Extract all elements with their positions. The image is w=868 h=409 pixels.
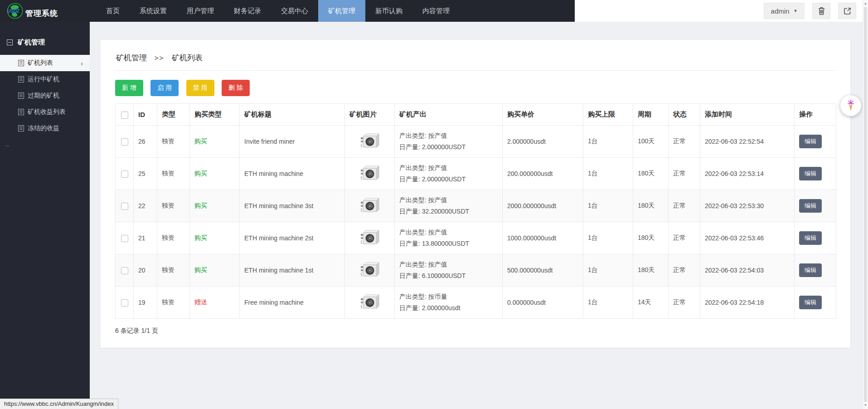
edit-button[interactable]: 编辑: [799, 135, 822, 148]
nav-item-content-management[interactable]: 内容管理: [412, 0, 460, 22]
app-name: 管理系统: [25, 8, 58, 19]
cell-limit: 1台: [583, 287, 633, 319]
cell-title: Free mining machine: [240, 287, 345, 319]
cell-type: 独资: [157, 158, 190, 190]
cell-id: 25: [134, 158, 157, 190]
edit-button[interactable]: 编辑: [799, 263, 822, 277]
cell-added-time: 2022-06-03 22:54:03: [700, 254, 795, 287]
nav-item-user-management[interactable]: 用户管理: [177, 0, 224, 22]
column-header-5: 矿机产出: [395, 104, 503, 126]
nav-item-new-coin-subscription[interactable]: 新币认购: [365, 0, 412, 22]
miner-image: [359, 229, 381, 247]
row-checkbox[interactable]: [121, 170, 128, 178]
scrollbar-thumb[interactable]: [864, 7, 867, 402]
cell-added-time: 2022-06-03 22:53:14: [700, 158, 795, 190]
daily-output: 日产量: 2.000000usdt: [399, 302, 498, 314]
sidebar-item-frozen-earnings[interactable]: 冻结的收益: [0, 120, 90, 136]
buy-type-text: 购买: [194, 234, 207, 241]
cell-type: 独资: [157, 222, 190, 254]
row-checkbox[interactable]: [121, 267, 128, 274]
column-header-10: 添加时间: [700, 104, 795, 126]
cell-added-time: 2022-06-03 22:54:18: [700, 287, 795, 319]
cell-action: 编辑: [795, 126, 836, 158]
sidebar-item-expired-miners[interactable]: 过期的矿机: [0, 88, 90, 104]
delete-button[interactable]: 删 除: [222, 80, 250, 96]
cell-checkbox: [116, 222, 134, 254]
edit-button[interactable]: 编辑: [799, 231, 822, 245]
cell-added-time: 2022-06-03 22:53:30: [700, 190, 795, 222]
nav-item-home[interactable]: 首页: [96, 0, 130, 22]
cell-action: 编辑: [795, 190, 836, 222]
cell-output: 产出类型: 按产值 日产量: 6.100000USDT: [395, 254, 503, 287]
admin-dropdown[interactable]: admin ▼: [764, 3, 805, 19]
daily-output: 日产量: 13.800000USDT: [399, 238, 498, 249]
cell-checkbox: [116, 190, 134, 222]
list-icon: [18, 60, 24, 66]
cell-id: 21: [134, 222, 157, 254]
floating-helper-button[interactable]: [840, 95, 861, 116]
cell-buy-type: 购买: [190, 126, 240, 158]
scroll-up-arrow[interactable]: ▲: [863, 0, 868, 7]
sidebar-item-miner-list[interactable]: 矿机列表›: [0, 55, 90, 71]
cell-price: 0.000000usdt: [503, 287, 583, 319]
cell-period: 180天: [633, 190, 669, 222]
edit-button[interactable]: 编辑: [799, 199, 822, 213]
cell-status: 正常: [669, 222, 700, 254]
cell-output: 产出类型: 按产值 日产量: 2.000000USDT: [395, 126, 503, 158]
scroll-down-arrow[interactable]: ▼: [863, 402, 868, 409]
cell-action: 编辑: [795, 287, 836, 319]
enable-button[interactable]: 启 用: [150, 80, 179, 96]
cell-title: ETH mining machine 1st: [240, 254, 345, 287]
disable-button[interactable]: 禁 用: [186, 80, 214, 96]
cell-added-time: 2022-06-03 22:53:46: [700, 222, 795, 254]
cell-limit: 1台: [583, 222, 633, 254]
select-all-checkbox[interactable]: [121, 112, 128, 119]
cell-buy-type: 赠送: [190, 287, 240, 319]
cell-price: 500.000000usdt: [503, 254, 583, 287]
sidebar: 矿机管理 矿机列表›运行中矿机过期的矿机矿机收益列表冻结的收益: [0, 22, 90, 409]
logout-button[interactable]: [838, 3, 856, 19]
cell-added-time: 2022-06-03 22:52:54: [700, 126, 795, 158]
toolbar: 新 增 启 用 禁 用 删 除: [115, 80, 836, 96]
add-button[interactable]: 新 增: [115, 80, 143, 96]
cell-image: [345, 158, 395, 190]
nav-item-miner-management[interactable]: 矿机管理: [318, 0, 365, 22]
content-card: 矿机管理 >> 矿机列表 新 增 启 用 禁 用 删 除 ID类型购买类型矿机标…: [101, 40, 850, 348]
cell-title: ETH mining machine 2st: [240, 222, 345, 254]
sidebar-item-running-miners[interactable]: 运行中矿机: [0, 71, 90, 88]
table-row: 26 独资 购买 Invite friend miner 产出类型: 按产值 日…: [116, 126, 836, 158]
cell-id: 22: [134, 190, 157, 222]
column-header-1: 类型: [157, 104, 190, 126]
cell-price: 2000.000000usdt: [503, 190, 583, 222]
row-checkbox[interactable]: [121, 235, 128, 242]
miner-image: [359, 165, 381, 183]
sidebar-item-miner-earnings-list[interactable]: 矿机收益列表: [0, 104, 90, 120]
daily-output: 日产量: 2.000000USDT: [399, 141, 498, 153]
miner-image: [359, 132, 381, 151]
vertical-scrollbar[interactable]: ▲ ▼: [863, 0, 868, 409]
nav-item-trade-center[interactable]: 交易中心: [271, 0, 318, 22]
cell-period: 180天: [633, 222, 669, 254]
breadcrumb: 矿机管理 >> 矿机列表: [115, 40, 836, 71]
nav-item-system-settings[interactable]: 系统设置: [130, 0, 177, 22]
output-type: 产出类型: 按产值: [399, 130, 498, 141]
table-row: 25 独资 购买 ETH mining machine 产出类型: 按产值 日产…: [116, 158, 836, 190]
output-type: 产出类型: 按币量: [399, 291, 498, 302]
cell-price: 200.000000usdt: [503, 158, 583, 190]
row-checkbox[interactable]: [121, 138, 128, 146]
logout-icon: [844, 7, 851, 15]
edit-button[interactable]: 编辑: [799, 167, 822, 180]
top-nav: 首页系统设置用户管理财务记录交易中心矿机管理新币认购内容管理: [96, 0, 460, 22]
clear-cache-button[interactable]: [812, 3, 830, 19]
nav-item-finance-records[interactable]: 财务记录: [224, 0, 271, 22]
edit-button[interactable]: 编辑: [799, 296, 822, 309]
top-bar-dark-section: USDZ 管理系统 首页系统设置用户管理财务记录交易中心矿机管理新币认购内容管理: [0, 0, 575, 22]
breadcrumb-parent[interactable]: 矿机管理: [116, 54, 147, 62]
cell-buy-type: 购买: [190, 158, 240, 190]
cell-period: 180天: [633, 254, 669, 287]
sidebar-item-label: 矿机收益列表: [28, 108, 66, 116]
sidebar-section-header[interactable]: 矿机管理: [0, 22, 90, 47]
row-checkbox[interactable]: [121, 203, 128, 210]
row-checkbox[interactable]: [121, 299, 128, 307]
main-content: 矿机管理 >> 矿机列表 新 增 启 用 禁 用 删 除 ID类型购买类型矿机标…: [90, 22, 863, 409]
